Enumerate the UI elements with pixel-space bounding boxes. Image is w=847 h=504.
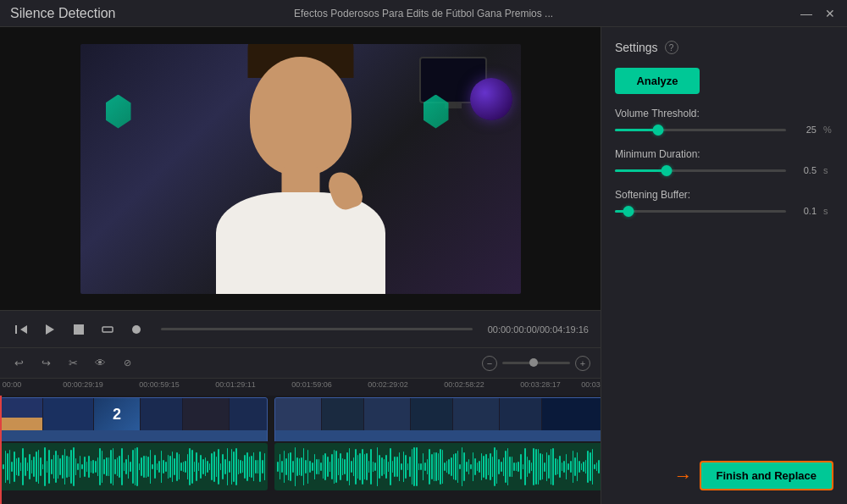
timeline-area: ↩ ↪ ✂ 👁 ⊘ − + xyxy=(0,347,601,504)
video-segment-1[interactable]: 2 xyxy=(0,397,268,445)
wave-bar xyxy=(438,453,440,479)
wave-bar xyxy=(520,454,522,480)
arrow-indicator: → xyxy=(674,465,693,487)
wave-bar xyxy=(577,452,579,481)
ruler-time-1: 00:00:29:19 xyxy=(63,380,103,389)
wave-bar xyxy=(370,449,372,485)
wave-bar xyxy=(379,455,380,479)
wave-bar xyxy=(353,457,355,476)
person-figure xyxy=(199,57,402,294)
wave-bar xyxy=(320,462,322,470)
wave-bar xyxy=(364,454,366,480)
softening-buffer-thumb[interactable] xyxy=(623,206,634,217)
head xyxy=(250,57,352,175)
wave-bar xyxy=(73,447,75,486)
cut-button[interactable]: ✂ xyxy=(64,355,81,372)
wave-bar xyxy=(557,459,559,474)
wave-bar xyxy=(81,464,83,469)
wave-bar xyxy=(579,461,580,473)
playhead[interactable] xyxy=(0,396,2,504)
step-back-button[interactable] xyxy=(12,320,30,339)
wave-bar xyxy=(327,457,329,477)
wave-bar xyxy=(581,463,583,469)
audio-segment-2[interactable] xyxy=(274,443,601,490)
wave-bar xyxy=(494,447,495,486)
loop-button[interactable] xyxy=(98,320,117,339)
wave-bar xyxy=(80,456,81,478)
wave-bar xyxy=(483,456,484,477)
eye-button[interactable]: 👁 xyxy=(91,355,108,372)
wave-bar xyxy=(224,459,226,475)
wave-bar xyxy=(551,449,552,485)
analyze-button[interactable]: Analyze xyxy=(615,68,700,94)
wave-bar xyxy=(431,454,433,479)
play-button[interactable] xyxy=(41,320,59,339)
thumb-1 xyxy=(1,398,43,430)
wave-bar xyxy=(455,453,457,480)
wave-bar xyxy=(592,449,594,484)
wave-bar xyxy=(583,462,584,472)
audio-segment-1[interactable] xyxy=(0,443,268,490)
stop-button[interactable] xyxy=(69,320,88,339)
minimum-duration-track[interactable] xyxy=(615,169,786,172)
wave-bar xyxy=(152,464,153,469)
mute-button[interactable]: ⊘ xyxy=(119,355,136,372)
minimum-duration-label: Minimum Duration: xyxy=(615,148,833,160)
wave-bar xyxy=(448,459,450,474)
zoom-out-button[interactable]: − xyxy=(482,356,497,371)
progress-bar[interactable] xyxy=(161,328,473,330)
ruler-time-7: 00:03:28:17 xyxy=(520,380,561,389)
wave-bar xyxy=(567,463,569,470)
video-preview[interactable] xyxy=(0,27,601,310)
wave-bar xyxy=(255,460,257,474)
wave-bar xyxy=(119,456,120,478)
wave-bar xyxy=(512,457,513,477)
wave-bar xyxy=(277,462,279,471)
wave-bar xyxy=(125,459,127,474)
wave-bar xyxy=(179,454,180,480)
timeline-tools: ↩ ↪ ✂ 👁 ⊘ xyxy=(10,355,136,372)
minimize-button[interactable]: — xyxy=(800,7,813,20)
ruler-time-0: 00:00 xyxy=(3,380,22,389)
wave-bar xyxy=(446,461,448,473)
wave-bar xyxy=(29,454,30,480)
close-button[interactable]: ✕ xyxy=(823,7,837,20)
wave-bar xyxy=(384,459,385,474)
softening-buffer-track[interactable] xyxy=(615,210,786,213)
zoom-slider[interactable] xyxy=(502,362,570,364)
wave-bar xyxy=(335,451,337,482)
minimum-duration-thumb[interactable] xyxy=(661,165,672,176)
wave-bar xyxy=(69,457,70,478)
thumb-2 xyxy=(43,398,94,430)
wave-bar xyxy=(307,450,309,484)
wave-bar xyxy=(587,451,589,483)
wave-bar xyxy=(141,457,142,476)
wave-bar xyxy=(64,449,66,484)
right-panel: Settings ? Analyze Volume Threshold: 25 … xyxy=(601,27,847,504)
main-layout: 00:00:00:00/00:04:19:16 ↩ ↪ ✂ 👁 ⊘ xyxy=(0,27,847,504)
record-button[interactable] xyxy=(127,320,146,339)
redo-button[interactable]: ↪ xyxy=(37,355,54,372)
wave-bar xyxy=(481,453,483,480)
timeline-ruler: 00:00 00:00:29:19 00:00:59:15 00:01:29:1… xyxy=(0,379,601,396)
zoom-in-button[interactable]: + xyxy=(575,356,590,371)
video-segment-2[interactable] xyxy=(274,397,601,445)
wave-bar xyxy=(346,452,348,480)
volume-threshold-thumb[interactable] xyxy=(652,125,663,136)
minimum-duration-slider-row: 0.5 s xyxy=(615,165,833,175)
wave-bar xyxy=(498,459,500,475)
thumb-5 xyxy=(183,398,230,430)
bg-logo xyxy=(106,95,140,137)
wave-bar xyxy=(33,457,35,476)
wave-bar xyxy=(102,451,103,484)
wave-bar xyxy=(563,461,565,474)
wave-bar xyxy=(401,463,402,470)
finish-and-replace-button[interactable]: Finish and Replace xyxy=(700,461,833,490)
help-icon[interactable]: ? xyxy=(665,41,678,54)
wave-bar xyxy=(540,453,541,481)
volume-threshold-track[interactable] xyxy=(615,129,786,131)
wave-bar xyxy=(174,458,175,474)
wave-bar xyxy=(42,464,44,468)
wave-bar xyxy=(130,462,131,471)
undo-button[interactable]: ↩ xyxy=(10,355,27,372)
